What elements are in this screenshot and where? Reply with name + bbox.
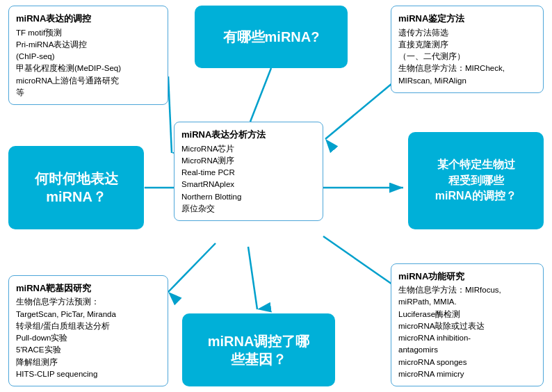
identification-body: 遗传方法筛选直接克隆测序（一、二代测序）生物信息学方法：MIRCheck,MIR… bbox=[398, 27, 536, 87]
svg-line-6 bbox=[325, 80, 396, 139]
when-where-box: 何时何地表达miRNA？ bbox=[8, 146, 144, 229]
target-title: miRNA靶基因研究 bbox=[16, 281, 161, 295]
target-box: miRNA靶基因研究 生物信息学方法预测：TargetScan, PicTar,… bbox=[8, 275, 168, 386]
pathway-text: 某个特定生物过程受到哪些miRNA的调控？ bbox=[435, 157, 517, 204]
pathway-box: 某个特定生物过程受到哪些miRNA的调控？ bbox=[408, 132, 544, 229]
when-where-text: 何时何地表达miRNA？ bbox=[35, 170, 118, 206]
function-box: miRNA功能研究 生物信息学方法：MIRfocus,miRPath, MMIA… bbox=[391, 263, 544, 387]
regulation-box: miRNA表达的调控 TF motif预测Pri-miRNA表达调控(ChIP-… bbox=[8, 6, 168, 105]
which-mirna-box: 有哪些miRNA? bbox=[195, 6, 348, 68]
expression-methods-title: miRNA表达分析方法 bbox=[181, 128, 316, 142]
main-diagram: miRNA表达的调控 TF motif预测Pri-miRNA表达调控(ChIP-… bbox=[0, 0, 552, 392]
svg-line-9 bbox=[168, 243, 216, 292]
target-body: 生物信息学方法预测：TargetScan, PicTar, Miranda转录组… bbox=[16, 296, 161, 380]
regulation-title: miRNA表达的调控 bbox=[16, 12, 161, 26]
regulation-body: TF motif预测Pri-miRNA表达调控(ChIP-seq)甲基化程度检测… bbox=[16, 27, 161, 99]
function-body: 生物信息学方法：MIRfocus,miRPath, MMIA.Luciferas… bbox=[398, 284, 536, 380]
svg-line-10 bbox=[248, 247, 257, 309]
identification-title: miRNA鉴定方法 bbox=[398, 12, 536, 26]
svg-line-4 bbox=[168, 76, 172, 153]
svg-line-5 bbox=[250, 68, 271, 122]
identification-box: miRNA鉴定方法 遗传方法筛选直接克隆测序（一、二代测序）生物信息学方法：MI… bbox=[391, 6, 544, 93]
which-genes-box: miRNA调控了哪些基因？ bbox=[182, 313, 335, 386]
which-mirna-text: 有哪些miRNA? bbox=[223, 28, 320, 46]
which-genes-text: miRNA调控了哪些基因？ bbox=[208, 332, 310, 368]
expression-methods-box: miRNA表达分析方法 MicroRNA芯片MicroRNA测序Real-tim… bbox=[174, 122, 323, 221]
expression-methods-body: MicroRNA芯片MicroRNA测序Real-time PCRSmartRN… bbox=[181, 143, 316, 215]
function-title: miRNA功能研究 bbox=[398, 270, 536, 284]
